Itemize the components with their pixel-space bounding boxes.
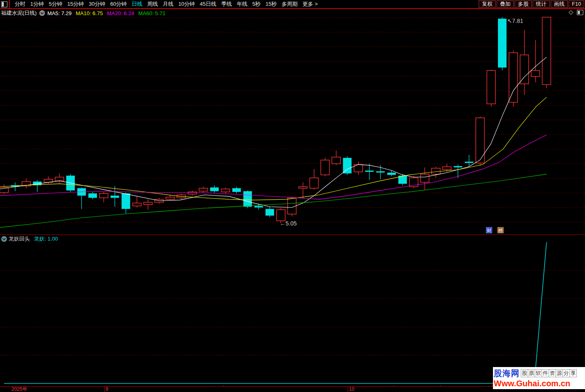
candle — [221, 187, 230, 193]
candle — [410, 176, 418, 188]
candle — [122, 193, 130, 214]
candle — [22, 178, 31, 188]
axis-month-label: 10 — [349, 387, 354, 392]
candle — [266, 207, 274, 217]
axis-minor-tick — [441, 385, 441, 387]
candle — [110, 186, 119, 207]
candle — [33, 180, 42, 192]
axis-tick — [348, 387, 348, 392]
price-annotation: ←5.05 — [280, 220, 297, 227]
ma-line-MA10 — [0, 97, 547, 200]
watermark-slogan-char: 资 — [549, 369, 556, 377]
candle — [476, 116, 484, 166]
candle — [365, 164, 374, 180]
indicator-name[interactable]: 龙妖回头 — [9, 235, 30, 243]
axis-minor-tick — [223, 385, 223, 387]
candle — [531, 40, 540, 82]
candle — [232, 187, 241, 193]
candle — [509, 50, 518, 107]
trading-app-window: 分时1分钟5分钟15分钟30分钟60分钟日线周线月线10分钟45日线季线年线5秒… — [0, 0, 585, 392]
indicator-header: 龙妖回头 龙妖: 1.00 — [0, 236, 58, 242]
candle — [454, 164, 462, 178]
candle — [332, 151, 340, 165]
axis-marker-tick — [492, 381, 493, 387]
indicator-collapse-chevron-icon[interactable] — [1, 236, 7, 242]
indicator-sub-chart[interactable] — [0, 235, 585, 387]
watermark-slogan-char: 源 — [556, 369, 563, 377]
watermark-slogan-char: 软 — [535, 369, 542, 377]
axis-month-label: 9 — [106, 387, 108, 392]
watermark-slogan-char: 票 — [528, 369, 535, 377]
candle — [498, 17, 506, 70]
watermark-slogan-char: 享 — [569, 369, 577, 377]
candle — [343, 156, 351, 175]
indicator-value: 龙妖: 1.00 — [34, 235, 58, 243]
candle — [99, 192, 108, 202]
watermark-site-name: 股海网 — [494, 368, 520, 379]
candle — [299, 182, 307, 198]
ma-line-MA5 — [0, 57, 547, 207]
candle — [77, 187, 86, 209]
candle — [487, 70, 495, 106]
finance-badge[interactable]: 财 — [486, 227, 492, 233]
watermark-slogan: 股票软件资源分享 — [521, 369, 577, 377]
axis-tick — [104, 387, 105, 392]
watermark-slogan-char: 股 — [521, 369, 528, 377]
candle — [199, 187, 208, 192]
candle — [387, 171, 396, 176]
watermark-slogan-char: 件 — [542, 369, 549, 377]
candle — [421, 167, 429, 189]
candle — [133, 196, 141, 207]
candle — [88, 192, 97, 199]
candle — [542, 17, 551, 88]
main-candlestick-chart[interactable]: ↖7.81←5.05 — [0, 0, 585, 235]
candle — [432, 167, 440, 178]
watermark-url: Www.Guhai.com.cn — [494, 378, 584, 388]
indicator-line-龙妖 — [4, 242, 547, 383]
rank-badge[interactable]: 榜 — [497, 227, 504, 233]
site-watermark: 股海网 股票软件资源分享 Www.Guhai.com.cn — [493, 367, 585, 389]
candle — [166, 195, 174, 201]
candle — [188, 190, 197, 196]
price-annotation: ↖7.81 — [507, 18, 523, 24]
candle — [321, 158, 329, 176]
candle — [520, 30, 529, 95]
ma-line-MA60 — [0, 174, 547, 228]
candle — [144, 199, 152, 210]
candle — [310, 169, 318, 190]
watermark-slogan-char: 分 — [562, 369, 570, 377]
axis-year-label: 2025年 — [11, 387, 27, 392]
axis-minor-tick — [394, 385, 394, 387]
candle — [0, 185, 9, 194]
candle — [210, 185, 219, 193]
